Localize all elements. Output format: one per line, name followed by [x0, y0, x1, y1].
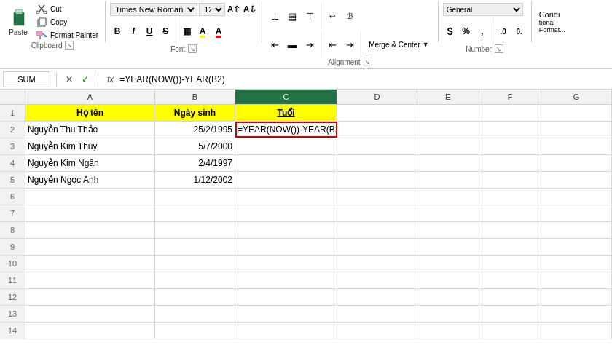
cell-c8[interactable] — [235, 222, 337, 238]
row-num-7[interactable]: 7 — [0, 205, 26, 221]
cell-a8[interactable] — [26, 222, 155, 238]
cell-e14[interactable] — [417, 323, 479, 339]
cell-f7[interactable] — [479, 205, 541, 221]
alignment-expand[interactable]: ↘ — [364, 58, 372, 66]
cell-c1[interactable]: Tuổi — [235, 105, 337, 121]
cell-g6[interactable] — [541, 189, 612, 205]
font-color-button[interactable]: A — [211, 25, 226, 38]
cell-c2[interactable]: =YEAR(NOW())-YEAR(B2) — [235, 122, 337, 138]
font-size-select[interactable]: 12 — [199, 3, 225, 16]
col-header-a[interactable]: A — [26, 90, 155, 104]
format-painter-button[interactable]: Format Painter — [34, 29, 101, 41]
decrease-indent-btn[interactable]: ⇤ — [324, 36, 340, 52]
cell-a5[interactable]: Nguyễn Ngọc Anh — [26, 172, 155, 188]
cell-f4[interactable] — [479, 155, 541, 171]
cell-e12[interactable] — [417, 289, 479, 305]
cell-g12[interactable] — [541, 289, 612, 305]
cell-d8[interactable] — [337, 222, 417, 238]
row-num-4[interactable]: 4 — [0, 155, 26, 171]
cell-b9[interactable] — [155, 239, 235, 255]
align-middle-btn[interactable]: ▤ — [284, 8, 300, 24]
fill-color-button[interactable]: A — [195, 25, 210, 38]
wrap-text-btn[interactable]: ↩ — [324, 8, 340, 24]
cell-a2[interactable]: Nguyễn Thu Thảo — [26, 122, 155, 138]
cell-c9[interactable] — [235, 239, 337, 255]
cell-f1[interactable] — [479, 105, 541, 121]
cell-c4[interactable] — [235, 155, 337, 171]
cell-f13[interactable] — [479, 306, 541, 322]
col-header-c[interactable]: C — [235, 90, 337, 104]
cell-b8[interactable] — [155, 222, 235, 238]
col-header-g[interactable]: G — [541, 90, 612, 104]
cell-a3[interactable]: Nguyễn Kim Thùy — [26, 138, 155, 154]
border-button[interactable]: ▦ — [179, 25, 194, 38]
cell-b4[interactable]: 2/4/1997 — [155, 155, 235, 171]
col-header-b[interactable]: B — [155, 90, 235, 104]
cell-e9[interactable] — [417, 239, 479, 255]
cell-b3[interactable]: 5/7/2000 — [155, 138, 235, 154]
comma-button[interactable]: , — [475, 25, 490, 38]
row-num-9[interactable]: 9 — [0, 239, 26, 255]
cell-d9[interactable] — [337, 239, 417, 255]
cell-c10[interactable] — [235, 256, 337, 272]
cell-d5[interactable] — [337, 172, 417, 188]
cell-g10[interactable] — [541, 256, 612, 272]
cell-f5[interactable] — [479, 172, 541, 188]
merge-center-button[interactable]: Merge & Center ▼ — [364, 36, 434, 52]
cell-f6[interactable] — [479, 189, 541, 205]
cell-a12[interactable] — [26, 289, 155, 305]
decrease-decimal-btn[interactable]: 0. — [512, 25, 527, 38]
cancel-formula-button[interactable]: ✕ — [63, 73, 76, 86]
cell-a10[interactable] — [26, 256, 155, 272]
merge-center-arrow[interactable]: ▼ — [423, 41, 429, 48]
cell-g14[interactable] — [541, 323, 612, 339]
cell-f11[interactable] — [479, 272, 541, 288]
cell-c14[interactable] — [235, 323, 337, 339]
cell-b12[interactable] — [155, 289, 235, 305]
cell-b13[interactable] — [155, 306, 235, 322]
number-expand[interactable]: ↘ — [495, 44, 503, 53]
cell-a11[interactable] — [26, 272, 155, 288]
cell-f14[interactable] — [479, 323, 541, 339]
increase-font-btn[interactable]: A⇧ — [227, 3, 241, 16]
cell-a9[interactable] — [26, 239, 155, 255]
row-num-2[interactable]: 2 — [0, 122, 26, 138]
conditional-format-button[interactable]: Condi tional Format... — [536, 9, 568, 35]
italic-button[interactable]: I — [126, 25, 141, 38]
cell-e10[interactable] — [417, 256, 479, 272]
cell-g2[interactable] — [541, 122, 612, 138]
cell-d11[interactable] — [337, 272, 417, 288]
cell-d10[interactable] — [337, 256, 417, 272]
cell-a4[interactable]: Nguyễn Kim Ngân — [26, 155, 155, 171]
cell-g4[interactable] — [541, 155, 612, 171]
cell-b5[interactable]: 1/12/2002 — [155, 172, 235, 188]
rotate-text-btn[interactable]: ℬ — [342, 8, 358, 24]
cell-c12[interactable] — [235, 289, 337, 305]
col-header-e[interactable]: E — [417, 90, 479, 104]
cell-c6[interactable] — [235, 189, 337, 205]
currency-button[interactable]: $ — [443, 25, 458, 38]
cell-d6[interactable] — [337, 189, 417, 205]
cell-f3[interactable] — [479, 138, 541, 154]
cell-b7[interactable] — [155, 205, 235, 221]
cell-e2[interactable] — [417, 122, 479, 138]
percent-button[interactable]: % — [459, 25, 474, 38]
cell-c13[interactable] — [235, 306, 337, 322]
cell-g3[interactable] — [541, 138, 612, 154]
cell-b14[interactable] — [155, 323, 235, 339]
align-right-btn[interactable]: ⇥ — [302, 36, 318, 52]
formula-input[interactable] — [119, 71, 609, 87]
cell-a13[interactable] — [26, 306, 155, 322]
cell-e3[interactable] — [417, 138, 479, 154]
cell-b11[interactable] — [155, 272, 235, 288]
decrease-font-btn[interactable]: A⇩ — [243, 3, 257, 16]
underline-button[interactable]: U — [142, 25, 157, 38]
font-expand[interactable]: ↘ — [188, 44, 197, 53]
bold-button[interactable]: B — [110, 25, 125, 38]
row-num-14[interactable]: 14 — [0, 323, 26, 339]
col-header-d[interactable]: D — [337, 90, 417, 104]
row-num-5[interactable]: 5 — [0, 172, 26, 188]
cell-c5[interactable] — [235, 172, 337, 188]
font-family-select[interactable]: Times New Roman — [110, 3, 197, 16]
cell-g5[interactable] — [541, 172, 612, 188]
